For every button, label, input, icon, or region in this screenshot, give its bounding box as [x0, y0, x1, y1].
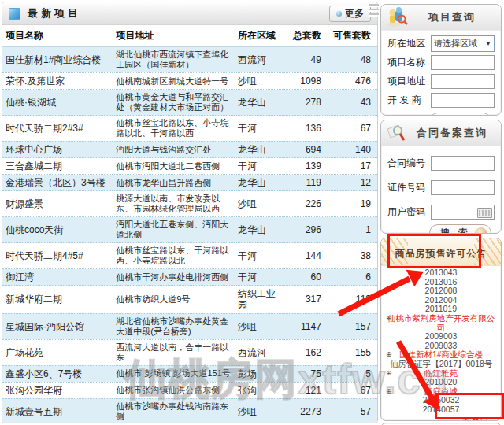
- project-total-cell: 75: [284, 365, 328, 382]
- id-number-input[interactable]: [431, 180, 495, 195]
- project-name-cell[interactable]: 荣怀.及第世家: [2, 72, 113, 89]
- project-available-cell: 67: [328, 382, 377, 398]
- circle-plus-icon: ⊕: [386, 314, 392, 323]
- table-row: 时代天骄二期4#5#仙桃市丝宝路以东、干河路以西、小寺垸路以北干河14438: [2, 243, 377, 269]
- permit-project-link[interactable]: ⊕仙桃市紫荆房地产开发有限公司: [384, 314, 498, 332]
- project-address-cell: 湖北仙桃市西流河镇下查埠化工园区（国佳新材）: [113, 47, 235, 73]
- developer-input-label: 开 发 商: [387, 94, 427, 107]
- orange-sphere-icon: [475, 227, 487, 235]
- project-total-cell: 121: [284, 382, 328, 398]
- project-name-cell[interactable]: 时代天骄二期4#5#: [2, 243, 113, 269]
- column-header: 项目名称: [2, 25, 113, 47]
- circle-plus-icon: ⊕: [386, 387, 392, 396]
- contract-number-input[interactable]: [431, 156, 495, 171]
- permit-number-link[interactable]: 2013043: [384, 268, 498, 278]
- chevron-down-icon: ▼: [483, 40, 494, 47]
- project-name-cell[interactable]: 星城国际·沔阳公馆: [2, 313, 113, 339]
- table-row: 新城华府二期仙桃市纺织大道9号纺织工业园317113: [2, 286, 377, 313]
- project-available-cell: 17: [328, 158, 377, 175]
- project-available-cell: 48: [328, 47, 377, 73]
- table-row: 三合鑫城二期仙桃市沔阳大道北二巷西侧干河13917: [2, 158, 377, 175]
- project-region-cell: 龙华山: [235, 141, 284, 157]
- project-search-title: 项目查询: [408, 10, 496, 24]
- permit-number-link[interactable]: 仙房售证字【2017】0018号: [384, 360, 498, 369]
- project-region-cell: 干河: [235, 158, 284, 175]
- project-name-cell[interactable]: 国佳新材1#商业综合楼: [2, 47, 113, 73]
- project-available-cell: 157: [328, 313, 377, 339]
- project-name-cell[interactable]: 新城壹号五期: [2, 398, 113, 423]
- project-table-body: 国佳新材1#商业综合楼湖北仙桃市西流河镇下查埠化工园区（国佳新材）西流河4948…: [2, 47, 377, 424]
- table-row: 星城国际·沔阳公馆湖北省仙桃市沙嘴办事处黄金大道中段(尹台桥旁)沙咀114715…: [2, 313, 377, 339]
- user-password-input-label: 用户密码: [387, 205, 427, 219]
- project-name-cell[interactable]: 张沟公园华府: [2, 382, 113, 398]
- more-projects-label: 更多: [345, 7, 364, 20]
- project-name-cell[interactable]: 鑫盛小区6、7号楼: [2, 365, 113, 382]
- latest-projects-titlebar: 最新项目 更多: [2, 2, 377, 25]
- latest-projects-panel: 最新项目 更多 项目名称项目地址所在区域总套数可售套数 国佳新材1#商业综合楼湖…: [2, 2, 378, 423]
- region-select[interactable]: 请选择区域▼: [431, 35, 495, 52]
- form-row: 证件号码: [387, 180, 495, 195]
- table-row: 时代天骄二期2#3#仙桃市丝宝北路以东、小寺垸路以北、干河路以西干河13667: [2, 116, 377, 142]
- contract-search-form: 合同编号证件号码用户密码: [381, 146, 501, 221]
- permit-number-link[interactable]: 2010020: [384, 378, 498, 387]
- project-name-cell[interactable]: 广场花苑: [2, 339, 113, 365]
- project-region-cell: 龙华山: [235, 217, 284, 243]
- permit-number-link[interactable]: 20140057: [384, 405, 498, 415]
- project-address-cell: 仙桃市纺织大道9号: [113, 286, 235, 313]
- project-name-cell[interactable]: 时代天骄二期2#3#: [2, 116, 113, 142]
- project-name-cell[interactable]: 财源盛景: [2, 191, 113, 217]
- project-search-button[interactable]: 搜 索: [429, 113, 491, 116]
- project-name-cell[interactable]: 新城华府二期: [2, 286, 113, 313]
- project-region-cell: 西流河: [235, 47, 284, 73]
- presale-permit-list: 20130432013016201200820120042011019⊕仙桃市紫…: [381, 266, 501, 415]
- keyboard-icon[interactable]: [477, 208, 492, 218]
- column-resize-handle[interactable]: [369, 4, 379, 18]
- project-total-cell: 317: [284, 286, 328, 313]
- project-name-cell[interactable]: 御江湾: [2, 269, 113, 286]
- project-name-input[interactable]: [431, 55, 495, 70]
- project-available-cell: 140: [328, 141, 377, 157]
- blue-tile-icon: [9, 8, 20, 20]
- developer-input[interactable]: [431, 93, 495, 108]
- contract-search-button-label: 搜 索: [440, 227, 471, 234]
- project-name-input-label: 项目名称: [387, 56, 427, 69]
- project-name-cell[interactable]: 三合鑫城二期: [2, 158, 113, 175]
- presale-permit-header: 商品房预售许可公告: [381, 238, 501, 266]
- form-row: 合同编号: [387, 156, 495, 171]
- column-header: 可售套数: [328, 25, 377, 47]
- permit-more-link[interactable]: 更多>>: [381, 416, 501, 422]
- project-name-cell[interactable]: 环球中心广场: [2, 141, 113, 157]
- project-search-form: 所在地区请选择区域▼项目名称项目地址开 发 商: [381, 31, 501, 109]
- project-total-cell: 49: [284, 47, 328, 73]
- project-available-cell: 67: [328, 116, 377, 142]
- project-name-cell[interactable]: 仙桃coco天街: [2, 217, 113, 243]
- project-address-cell: 仙桃市沙嘴办事处钱沟南路东侧: [113, 398, 235, 423]
- project-total-cell: 136: [284, 116, 328, 142]
- contract-search-title: 合同备案查询: [408, 126, 496, 140]
- table-row: 仙桃·银湖城仙桃市黄金大道与和平路交汇处（黄金建材大市场正对面）龙华山27843: [2, 90, 377, 116]
- project-region-cell: 沙咀: [235, 191, 284, 217]
- project-region-cell: 彭场: [235, 365, 284, 382]
- contract-search-button[interactable]: 搜 索: [429, 224, 491, 234]
- project-available-cell: 113: [328, 286, 377, 313]
- project-address-input[interactable]: [431, 74, 495, 89]
- project-address-cell: 仙桃市黄金大道与和平路交汇处（黄金建材大市场正对面）: [113, 90, 235, 116]
- permit-number-link[interactable]: 2009003: [384, 332, 498, 342]
- project-total-cell: 694: [284, 141, 328, 157]
- table-row: 国佳新材1#商业综合楼湖北仙桃市西流河镇下查埠化工园区（国佳新材）西流河4948: [2, 47, 377, 73]
- project-address-cell: 仙桃市干河办事处电排河西侧: [113, 269, 235, 286]
- project-total-cell: 162: [284, 339, 328, 365]
- form-row: 开 发 商: [387, 93, 495, 108]
- project-total-cell: 296: [284, 217, 328, 243]
- project-address-cell: 仙桃市丝宝路以东、干河路以西、小寺垸路以北: [113, 243, 235, 269]
- project-address-cell: 仙桃市 彭场镇 彭场大道151号: [113, 365, 235, 382]
- table-row: 财源盛景桃源大道以南、市发改委以东、市园林绿化管理局以西沙咀22619: [2, 191, 377, 217]
- table-row: 金港瑞景（北区）3号楼仙桃市龙华山昌升路西侧龙华山11912: [2, 175, 377, 191]
- region-select-value: 请选择区域: [434, 38, 477, 50]
- project-available-cell: 38: [328, 243, 377, 269]
- form-row: 项目名称: [387, 55, 495, 70]
- more-projects-button[interactable]: 更多: [329, 6, 371, 22]
- project-total-cell: 144: [284, 243, 328, 269]
- project-name-cell[interactable]: 金港瑞景（北区）3号楼: [2, 175, 113, 191]
- project-name-cell[interactable]: 仙桃·银湖城: [2, 90, 113, 116]
